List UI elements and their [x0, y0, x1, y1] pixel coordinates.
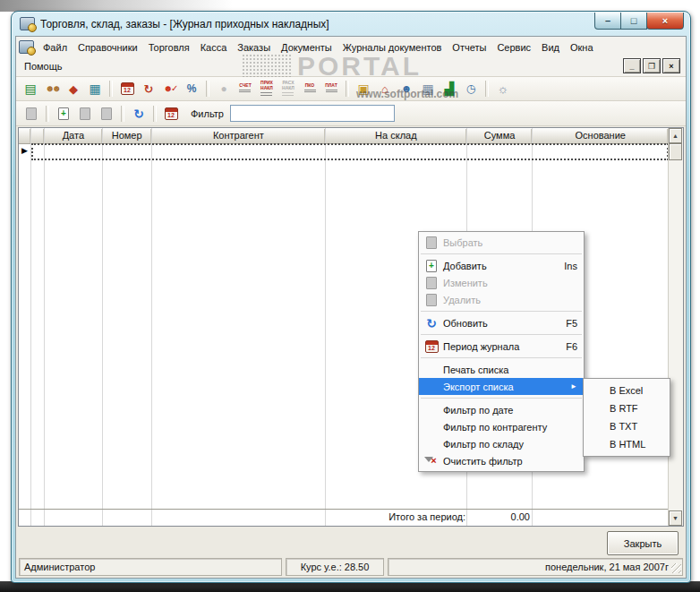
menu-document-journals[interactable]: Журналы документов: [337, 40, 448, 55]
context-delete[interactable]: Удалить: [419, 291, 584, 308]
payment-button[interactable]: ПЛАТ: [320, 79, 342, 99]
status-date: понедельник, 21 мая 2007г: [388, 558, 683, 576]
export-submenu: В ExcelВ RTFВ TXTВ HTML: [583, 378, 670, 457]
scroll-up-icon[interactable]: ▲: [669, 128, 682, 143]
toolbar-filter: +↻12 Фильтр: [16, 101, 686, 126]
export-excel[interactable]: В Excel: [584, 382, 670, 399]
menu-separator: [421, 357, 582, 358]
minimize-button[interactable]: –: [594, 13, 621, 30]
menu-reports[interactable]: Отчеты: [447, 40, 491, 55]
mdi-restore-button[interactable]: ❐: [643, 58, 661, 73]
status-user: Администратор: [19, 558, 282, 576]
export-rtf[interactable]: В RTF: [584, 399, 670, 417]
refresh-icon: ↻: [133, 107, 144, 120]
select-doc-icon: [426, 236, 437, 249]
cash-order-icon: ПКО: [304, 83, 316, 94]
date-header[interactable]: Дата: [45, 128, 102, 144]
context-delete-label: Удалить: [443, 295, 577, 305]
context-export-list[interactable]: Экспорт списка►: [419, 378, 584, 395]
selected-row[interactable]: [31, 143, 669, 160]
menu-documents[interactable]: Документы: [276, 40, 337, 55]
scroll-down-icon[interactable]: ▼: [669, 510, 682, 526]
add-doc-button[interactable]: +: [53, 104, 74, 124]
row-indicator-column: [19, 128, 31, 526]
cash-register-button[interactable]: ▤: [20, 79, 41, 99]
mdi-close-button[interactable]: ×: [662, 58, 680, 73]
clock-button[interactable]: ◷: [460, 79, 482, 99]
context-select-label: Выбрать: [443, 237, 577, 248]
scrollbar-thumb[interactable]: [669, 143, 682, 160]
add-doc-icon: +: [423, 260, 440, 272]
context-edit[interactable]: Изменить: [419, 274, 584, 291]
menu-cash[interactable]: Касса: [195, 40, 233, 55]
number-header[interactable]: Номер: [103, 128, 151, 144]
receipt-note-button[interactable]: ПРИХ НАКЛ: [256, 79, 277, 99]
refresh-button[interactable]: ↻: [128, 104, 149, 124]
menu-service[interactable]: Сервис: [491, 40, 536, 55]
titlebar[interactable]: Торговля, склад, заказы - [Журнал приход…: [12, 12, 690, 36]
menu-windows[interactable]: Окна: [565, 40, 599, 55]
toolbar-separator: [485, 81, 489, 97]
context-select[interactable]: Выбрать: [419, 234, 584, 251]
row-indicator-header[interactable]: [19, 128, 30, 144]
context-refresh[interactable]: ↻ОбновитьF5: [419, 314, 584, 331]
export-txt[interactable]: В TXT: [584, 417, 670, 435]
context-clear-filter[interactable]: ×Очистить фильтр: [419, 452, 584, 469]
person-check-button[interactable]: ☻✓: [159, 79, 181, 99]
context-filter-by-contractor[interactable]: Фильтр по контрагенту: [419, 418, 584, 435]
document-turnover-button[interactable]: ↻: [138, 79, 159, 99]
menu-file[interactable]: Файл: [38, 40, 73, 55]
context-filter-by-date[interactable]: Фильтр по дате: [419, 401, 584, 418]
current-row-indicator: ▶: [21, 146, 28, 155]
expense-note-button[interactable]: РАСХ НАКЛ: [277, 79, 299, 99]
percent-button[interactable]: %: [181, 79, 202, 99]
menu-separator: [421, 311, 582, 312]
stamp-button[interactable]: ●: [213, 79, 235, 99]
suppliers-button[interactable]: ◆: [63, 79, 84, 99]
menu-orders[interactable]: Заказы: [232, 40, 276, 55]
maximize-button[interactable]: □: [620, 13, 647, 30]
cash-order-button[interactable]: ПКО: [299, 79, 320, 99]
calendar-button[interactable]: 12: [116, 79, 138, 99]
statistics-icon: ▦: [89, 82, 100, 95]
clients-button[interactable]: ☻☻: [41, 79, 63, 99]
invoice-button[interactable]: СЧЕТ: [235, 79, 256, 99]
table-button[interactable]: ▦: [417, 79, 439, 99]
clock-icon: ◷: [466, 83, 475, 94]
total-period-label: Итого за период:: [329, 510, 468, 525]
statistics-button[interactable]: ▦: [84, 79, 106, 99]
bar-chart-button[interactable]: ▟: [439, 79, 460, 99]
context-print-list[interactable]: Печать списка: [419, 361, 584, 378]
menubar: ФайлСправочникиТорговляКассаЗаказыДокуме…: [16, 37, 686, 77]
edit-doc-button: [74, 104, 96, 124]
contractor-header[interactable]: Контрагент: [152, 128, 325, 144]
filter-label: Фильтр: [191, 108, 224, 119]
submenu-arrow-icon: ►: [570, 382, 577, 390]
user-button[interactable]: ☻: [396, 79, 417, 99]
basis-header[interactable]: Основание: [533, 128, 668, 144]
vertical-scrollbar[interactable]: ▲ ▼: [668, 128, 683, 526]
toolbar-separator: [121, 106, 124, 122]
journal-period-button[interactable]: 12: [160, 104, 182, 124]
filter-input[interactable]: [230, 105, 395, 122]
marker-header[interactable]: [31, 128, 44, 144]
settings-button[interactable]: ☼: [492, 79, 514, 99]
mdi-minimize-button[interactable]: _: [623, 58, 641, 73]
home-export-button[interactable]: ⌂: [374, 79, 396, 99]
context-add[interactable]: +ДобавитьIns: [419, 257, 584, 274]
warehouse-header[interactable]: На склад: [326, 128, 466, 144]
context-journal-period[interactable]: 12Период журналаF6: [419, 338, 584, 355]
close-window-button[interactable]: ×: [646, 13, 684, 30]
menu-directories[interactable]: Справочники: [73, 40, 143, 55]
export-html[interactable]: В HTML: [584, 435, 670, 453]
safe-button[interactable]: ▣: [353, 79, 374, 99]
clear-filter-icon: ×: [423, 456, 440, 466]
resize-grip[interactable]: [671, 563, 681, 573]
context-filter-by-warehouse[interactable]: Фильтр по складу: [419, 435, 584, 452]
menu-trade[interactable]: Торговля: [143, 40, 195, 55]
sum-header[interactable]: Сумма: [467, 128, 533, 144]
menu-help[interactable]: Помощь: [19, 59, 68, 73]
date-column: Дата: [45, 128, 103, 526]
menu-view[interactable]: Вид: [536, 40, 565, 55]
close-journal-button[interactable]: Закрыть: [607, 531, 679, 555]
